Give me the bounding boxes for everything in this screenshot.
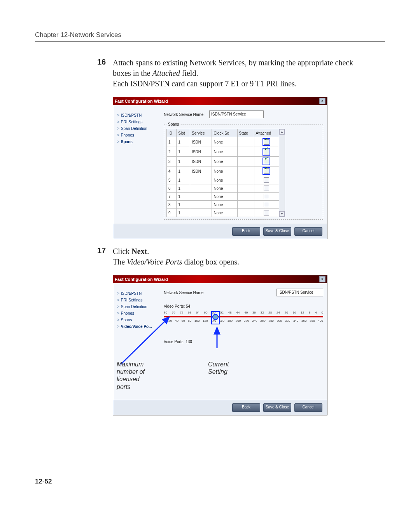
attached-checkbox[interactable]: [264, 168, 269, 174]
attached-checkbox[interactable]: [264, 177, 269, 183]
cell: 2: [167, 147, 177, 157]
text: dialog box opens.: [182, 258, 239, 266]
chevron-icon: >: [117, 291, 119, 296]
chevron-icon: >: [117, 305, 119, 309]
chevron-icon: >: [117, 311, 119, 315]
attached-checkbox[interactable]: [264, 149, 269, 154]
column-header[interactable]: Service: [190, 129, 212, 137]
wizard-footer: Back Save & Close Cancel: [113, 400, 327, 415]
text: Attach spans to existing Network Service…: [113, 58, 353, 77]
sidebar-item[interactable]: >Spans: [117, 317, 158, 323]
step-number: 16: [97, 58, 111, 67]
attached-checkbox[interactable]: [264, 159, 269, 164]
cell: [190, 193, 212, 201]
sidebar-item[interactable]: >ISDN/PSTN: [117, 112, 158, 119]
cell: None: [212, 157, 237, 166]
tick-label: 360: [301, 319, 306, 322]
sidebar-item[interactable]: >Span Definition: [117, 125, 158, 132]
table-row: 71None: [167, 193, 279, 201]
close-icon[interactable]: ×: [319, 98, 326, 104]
tick-label: 4: [315, 311, 317, 314]
annotation-max-label: Maximum number of licensed ports: [117, 361, 145, 391]
chevron-icon: >: [117, 126, 119, 131]
service-name-input[interactable]: ISDN/PSTN Service: [209, 110, 264, 118]
cell: [190, 184, 212, 193]
tick-label: 52: [220, 311, 224, 314]
table-row: 51None: [167, 176, 279, 184]
save-button[interactable]: Save & Close: [263, 403, 291, 412]
sidebar-item[interactable]: >PRI Settings: [117, 297, 158, 303]
close-icon[interactable]: ×: [319, 276, 326, 282]
column-header[interactable]: ID: [167, 129, 177, 137]
cell: [237, 201, 254, 209]
sidebar-item[interactable]: >ISDN/PSTN: [117, 290, 158, 297]
tick-label: 100: [194, 319, 200, 322]
back-button[interactable]: Back: [232, 403, 260, 412]
column-header[interactable]: Clock So: [212, 129, 237, 137]
service-name-label: Network Service Name:: [164, 291, 205, 295]
wizard-title: Fast Configuration Wizard: [115, 277, 168, 282]
sidebar-item[interactable]: >Phones: [117, 310, 158, 317]
cancel-button[interactable]: Cancel: [294, 227, 322, 236]
step-number: 17: [97, 246, 111, 255]
column-header[interactable]: Attached: [254, 129, 279, 137]
sidebar-item[interactable]: >Span Definition: [117, 303, 158, 310]
tick-label: 40: [244, 311, 248, 314]
text: Each ISDN/PSTN card can support 7 E1 or …: [113, 79, 297, 88]
slider-track[interactable]: [164, 316, 323, 317]
tick-label: 320: [285, 319, 290, 322]
tick-label: 80: [164, 311, 167, 314]
highlight-box: [262, 167, 270, 175]
highlight-box: [262, 158, 270, 165]
cell: 6: [167, 184, 177, 193]
attached-checkbox[interactable]: [264, 210, 269, 215]
chevron-icon: >: [117, 113, 119, 117]
step-17: 17 Click Next. The Video/Voice Ports dia…: [97, 246, 385, 267]
sidebar-item[interactable]: >Phones: [117, 132, 158, 138]
service-name-input[interactable]: ISDN/PSTN Service: [276, 289, 323, 296]
text-bold: Next: [131, 247, 147, 256]
cell-attached: [254, 137, 279, 147]
tick-label: 36: [252, 311, 256, 314]
cell: 8: [167, 201, 177, 209]
sidebar-item[interactable]: >PRI Settings: [117, 119, 158, 125]
attached-checkbox[interactable]: [264, 139, 269, 145]
save-button[interactable]: Save & Close: [263, 227, 291, 236]
wizard-titlebar: Fast Configuration Wizard ×: [113, 275, 327, 283]
sidebar-item[interactable]: >Video/Voice Po...: [117, 323, 158, 330]
cell: 1: [177, 193, 190, 201]
video-ports-label: Video Ports: 54: [164, 304, 323, 308]
table-row: 91None: [167, 209, 279, 217]
scrollbar[interactable]: ▴ ▾: [279, 129, 285, 217]
attached-checkbox[interactable]: [264, 202, 269, 207]
cell: None: [212, 166, 237, 176]
attached-checkbox[interactable]: [264, 194, 269, 199]
voice-ports-label: Voice Ports: 130: [164, 340, 323, 344]
chevron-icon: >: [117, 140, 119, 144]
tick-label: 280: [268, 319, 273, 322]
chevron-icon: >: [117, 120, 119, 124]
column-header[interactable]: State: [237, 129, 254, 137]
scroll-up-icon[interactable]: ▴: [279, 129, 285, 135]
back-button[interactable]: Back: [232, 227, 260, 236]
ports-slider[interactable]: 807672686460565248444036322824201612840 …: [164, 311, 323, 334]
tick-label: 8: [309, 311, 310, 314]
sidebar-item[interactable]: >Spans: [117, 138, 158, 145]
column-header[interactable]: Slot: [177, 129, 190, 137]
table-row: 21ISDNNone: [167, 147, 279, 157]
tick-label: 400: [318, 319, 323, 322]
tick-label: 220: [244, 319, 249, 322]
scroll-down-icon[interactable]: ▾: [279, 211, 285, 217]
tick-label: 12: [301, 311, 304, 314]
slider-thumb[interactable]: [212, 314, 219, 320]
chevron-icon: >: [117, 298, 119, 302]
cell: [237, 193, 254, 201]
highlight-box: [262, 148, 270, 156]
tick-label: 260: [260, 319, 265, 322]
cancel-button[interactable]: Cancel: [294, 403, 322, 412]
spans-legend: Spans: [166, 122, 180, 126]
attached-checkbox[interactable]: [264, 186, 269, 191]
wizard-footer: Back Save & Close Cancel: [113, 224, 327, 239]
tick-label: 80: [188, 319, 191, 322]
text: Click: [113, 247, 131, 256]
